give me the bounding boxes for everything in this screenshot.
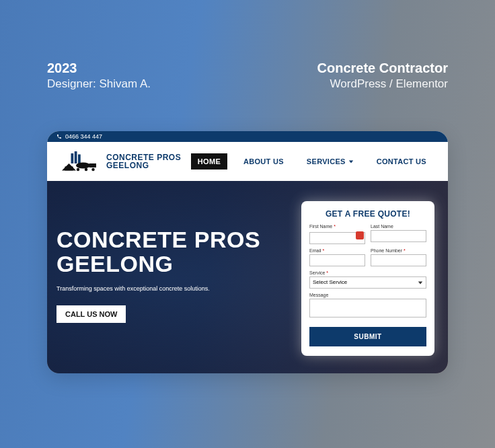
message-textarea[interactable] xyxy=(309,299,426,318)
meta-designer: Designer: Shivam A. xyxy=(47,77,151,91)
nav-services-label: SERVICES xyxy=(307,157,346,165)
navbar: CONCRETE PROS GEELONG HOME ABOUT US SERV… xyxy=(47,142,448,181)
last-name-label: Last Name xyxy=(371,224,426,229)
logo[interactable]: CONCRETE PROS GEELONG xyxy=(62,150,181,173)
email-label: Email* xyxy=(309,248,365,253)
topbar: 0466 344 447 xyxy=(47,131,448,142)
hero-title-line1: CONCRETE PROS xyxy=(56,228,260,252)
website-preview: 0466 344 447 CONCRETE PROS GEELONG HOM xyxy=(47,131,448,373)
nav-items: HOME ABOUT US SERVICES CONTACT US xyxy=(191,153,433,170)
chevron-down-icon xyxy=(348,159,354,164)
svg-marker-11 xyxy=(418,281,422,284)
phone-label: Phone Number* xyxy=(371,248,426,253)
service-select[interactable]: Select Service xyxy=(309,276,426,289)
svg-rect-6 xyxy=(89,163,97,167)
call-us-button[interactable]: CALL US NOW xyxy=(56,305,126,323)
meta-stack: WordPress / Elementor xyxy=(317,77,448,91)
meta-project-type: Concrete Contractor xyxy=(317,61,448,76)
hero-title-line2: GEELONG xyxy=(56,252,260,276)
meta-year: 2023 xyxy=(47,61,151,76)
svg-point-7 xyxy=(77,168,80,172)
submit-button[interactable]: SUBMIT xyxy=(309,327,426,346)
hero-subtitle: Transforming spaces with exceptional con… xyxy=(56,285,260,292)
phone-input[interactable] xyxy=(371,254,426,266)
nav-about[interactable]: ABOUT US xyxy=(237,153,291,170)
svg-rect-2 xyxy=(78,155,81,164)
logo-text-line2: GEELONG xyxy=(106,161,181,170)
phone-icon xyxy=(56,134,62,139)
nav-contact[interactable]: CONTACT US xyxy=(370,153,433,170)
svg-rect-4 xyxy=(65,167,73,171)
autofill-badge-icon xyxy=(356,231,364,239)
hero: CONCRETE PROS GEELONG Transforming space… xyxy=(47,181,448,373)
service-label: Service* xyxy=(309,270,426,275)
svg-rect-0 xyxy=(71,153,74,163)
svg-point-5 xyxy=(76,163,90,169)
svg-rect-1 xyxy=(75,151,77,163)
message-label: Message xyxy=(309,293,426,297)
quote-title: GET A FREE QUOTE! xyxy=(309,209,426,219)
quote-form: GET A FREE QUOTE! First Name* Last Name … xyxy=(301,201,434,356)
email-input[interactable] xyxy=(309,254,365,266)
svg-point-9 xyxy=(91,168,95,172)
last-name-input[interactable] xyxy=(371,230,426,242)
nav-services[interactable]: SERVICES xyxy=(300,153,360,170)
topbar-phone[interactable]: 0466 344 447 xyxy=(65,133,102,140)
caret-down-icon xyxy=(418,280,423,285)
svg-point-8 xyxy=(85,168,88,172)
hero-title: CONCRETE PROS GEELONG xyxy=(56,228,260,276)
logo-icon xyxy=(62,150,102,173)
first-name-label: First Name* xyxy=(309,224,365,229)
nav-home[interactable]: HOME xyxy=(191,153,227,170)
service-select-value: Select Service xyxy=(313,279,347,285)
svg-marker-10 xyxy=(349,160,353,163)
